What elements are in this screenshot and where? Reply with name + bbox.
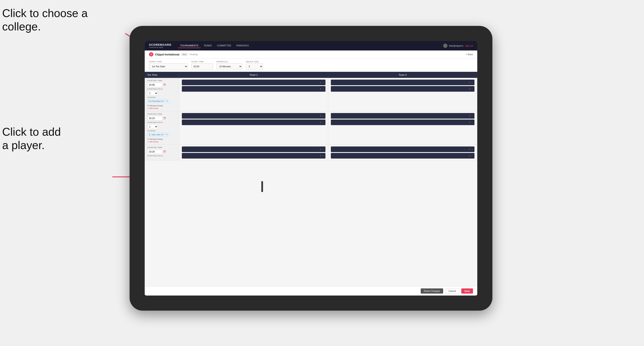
group-row-2: STARTING TIME: ⏰ STARTING HOLE: 1 COURSE… bbox=[145, 111, 477, 145]
starting-time-input-3[interactable] bbox=[147, 149, 162, 154]
course-tag-remove-2[interactable]: × bbox=[164, 133, 166, 136]
player-slot-3-2[interactable]: × ⋮ bbox=[182, 120, 326, 125]
add-group-btn-1[interactable]: + Add Group bbox=[147, 107, 176, 109]
course-tag-1[interactable]: (A) Peachtree GC × ✎ bbox=[147, 99, 170, 103]
course-tag-2[interactable]: 🏌 East Lake GC × ✎ bbox=[147, 133, 169, 136]
tablet-screen: SCOREBOARD Powered by clippd TOURNAMENTS… bbox=[145, 41, 477, 296]
group-actions-1: ↺ Remove Group + Add Group bbox=[147, 105, 176, 109]
starting-hole-select-1[interactable]: 1 bbox=[147, 91, 158, 96]
player-slot-icon-edit-4-1[interactable]: ⋮ bbox=[471, 115, 473, 117]
player-slot-icon-edit-5-1[interactable]: ⋮ bbox=[322, 148, 324, 151]
group-size-group: Group Size 3 bbox=[246, 61, 263, 69]
player-slot-icon-edit-3-2[interactable]: ⋮ bbox=[322, 121, 324, 124]
player-slot-icon-edit-6-2[interactable]: ⋮ bbox=[471, 155, 473, 157]
nav-bar: SCOREBOARD Powered by clippd TOURNAMENTS… bbox=[145, 41, 477, 50]
player-slot-icon-edit-6-1[interactable]: ⋮ bbox=[471, 148, 473, 151]
player-slot-icon-x-3-2[interactable]: × bbox=[320, 121, 321, 124]
team2-col-3: × ⋮ × ⋮ bbox=[328, 145, 477, 160]
player-slot-icon-edit-5-2[interactable]: ⋮ bbox=[322, 155, 324, 157]
player-slot-6-2[interactable]: × ⋮ bbox=[331, 153, 474, 159]
starting-time-input-2[interactable] bbox=[147, 116, 162, 121]
th-team2: Team 2 bbox=[328, 72, 477, 78]
player-slot-icon-x-4-2[interactable]: × bbox=[469, 121, 470, 124]
tablet-frame: SCOREBOARD Powered by clippd TOURNAMENTS… bbox=[130, 26, 492, 311]
clock-icon-2: ⏰ bbox=[163, 117, 166, 120]
nav-link-tournaments[interactable]: TOURNAMENTS bbox=[178, 43, 201, 48]
team1-col-1: × ⋮ × ⋮ bbox=[179, 78, 328, 111]
remove-group-btn-1[interactable]: ↺ Remove Group bbox=[147, 105, 176, 107]
player-slot-icon-x-4-1[interactable]: × bbox=[469, 115, 470, 117]
player-slot-2-2[interactable]: × ⋮ bbox=[331, 86, 474, 92]
start-time-input[interactable] bbox=[191, 63, 213, 69]
player-slot-4-1[interactable]: × ⋮ bbox=[331, 113, 474, 119]
course-tag-edit-1[interactable]: ✎ bbox=[166, 100, 168, 102]
starting-time-input-group-3: ⏰ bbox=[147, 149, 176, 154]
player-slot-icon-x-1-2[interactable]: × bbox=[320, 88, 321, 90]
nav-brand: SCOREBOARD Powered by clippd bbox=[149, 43, 172, 48]
player-slot-1-2[interactable]: × ⋮ bbox=[182, 86, 326, 92]
course-tag-text-2: East Lake GC bbox=[152, 134, 164, 136]
starting-time-input-group-1: ⏰ bbox=[147, 82, 176, 87]
player-slot-4-2[interactable]: × ⋮ bbox=[331, 120, 474, 125]
cancel-button[interactable]: Cancel bbox=[445, 288, 459, 294]
player-slot-icon-x-1-1[interactable]: × bbox=[320, 81, 321, 84]
starting-hole-label-3: STARTING HOLE: bbox=[147, 155, 176, 157]
footer-bar: Reset Changes Cancel Save bbox=[145, 286, 477, 296]
starting-time-label-1: STARTING TIME: bbox=[147, 80, 176, 82]
add-group-btn-2[interactable]: + Add Group bbox=[147, 141, 176, 143]
starting-time-label-3: STARTING TIME: bbox=[147, 147, 176, 148]
player-slot-6-1[interactable]: × ⋮ bbox=[331, 147, 474, 152]
player-slot-icon-x-6-2[interactable]: × bbox=[469, 155, 470, 157]
nav-link-rankings[interactable]: RANKINGS bbox=[234, 43, 251, 48]
player-slot-3-1[interactable]: × ⋮ bbox=[182, 113, 326, 119]
player-slot-icon-x-5-1[interactable]: × bbox=[320, 148, 321, 151]
player-slot-icon-edit-3-1[interactable]: ⋮ bbox=[322, 115, 324, 117]
player-slot-icon-x-3-1[interactable]: × bbox=[320, 115, 321, 117]
player-slot-icon-x-2-1[interactable]: × bbox=[469, 81, 470, 84]
player-slot-5-2[interactable]: × ⋮ bbox=[182, 153, 326, 159]
hosting-label: Hosting bbox=[190, 53, 198, 56]
nav-link-committee[interactable]: COMMITTEE bbox=[215, 43, 234, 48]
sign-out-link[interactable]: Sign out bbox=[465, 45, 473, 47]
table-body: STARTING TIME: ⏰ STARTING HOLE: 1 COURSE… bbox=[145, 78, 477, 286]
group-size-select[interactable]: 3 bbox=[246, 63, 263, 69]
table-header: Tee Time Team 1 Team 2 bbox=[145, 72, 477, 78]
tournament-title: Clippd Invitational bbox=[155, 53, 180, 56]
group-row: STARTING TIME: ⏰ STARTING HOLE: 1 COURSE… bbox=[145, 78, 477, 111]
team2-col-1: × ⋮ × ⋮ bbox=[328, 78, 477, 111]
start-type-select[interactable]: 1st Tee Start bbox=[149, 63, 188, 69]
clippd-logo: C bbox=[149, 52, 153, 56]
player-slot-icon-x-5-2[interactable]: × bbox=[320, 155, 321, 157]
player-slot-2-1[interactable]: × ⋮ bbox=[331, 80, 474, 85]
clock-icon-3: ⏰ bbox=[163, 151, 166, 153]
group-size-label: Group Size bbox=[246, 61, 263, 63]
nav-link-teams[interactable]: TEAMS bbox=[202, 43, 214, 48]
clock-icon-1: ⏰ bbox=[163, 84, 166, 86]
player-slot-1-1[interactable]: × ⋮ bbox=[182, 80, 326, 85]
save-button[interactable]: Save bbox=[461, 288, 473, 294]
player-slot-icon-edit-1-2[interactable]: ⋮ bbox=[322, 88, 324, 90]
player-slot-icon-edit-2-2[interactable]: ⋮ bbox=[471, 88, 473, 90]
player-slot-5-1[interactable]: × ⋮ bbox=[182, 147, 326, 152]
starting-time-input-1[interactable] bbox=[147, 82, 162, 87]
group-left-3: STARTING TIME: ⏰ STARTING HOLE: bbox=[145, 145, 179, 160]
intervals-select[interactable]: 10 Minutes bbox=[216, 63, 242, 69]
th-team1: Team 1 bbox=[179, 72, 328, 78]
player-slot-icon-edit-4-2[interactable]: ⋮ bbox=[471, 121, 473, 124]
user-email: blair@clippd.io bbox=[449, 45, 464, 47]
starting-hole-select-2[interactable]: 1 bbox=[147, 124, 158, 129]
reset-button[interactable]: Reset Changes bbox=[421, 288, 443, 294]
player-slot-icon-edit-2-1[interactable]: ⋮ bbox=[471, 81, 473, 84]
player-slot-icon-x-2-2[interactable]: × bbox=[469, 88, 470, 90]
player-slot-icon-edit-1-1[interactable]: ⋮ bbox=[322, 81, 324, 84]
group-actions-2: ↺ Remove Group + Add Group bbox=[147, 138, 176, 143]
starting-time-input-group-2: ⏰ bbox=[147, 116, 176, 121]
remove-group-btn-2[interactable]: ↺ Remove Group bbox=[147, 138, 176, 140]
course-tag-edit-2[interactable]: ✎ bbox=[166, 134, 168, 136]
player-slot-icon-x-6-1[interactable]: × bbox=[469, 148, 470, 151]
group-row-3: STARTING TIME: ⏰ STARTING HOLE: × ⋮ × ⋮ bbox=[145, 145, 477, 161]
back-button[interactable]: < Back bbox=[466, 53, 473, 56]
starting-time-label-2: STARTING TIME: bbox=[147, 113, 176, 115]
group-left-2: STARTING TIME: ⏰ STARTING HOLE: 1 COURSE… bbox=[145, 111, 179, 145]
course-tag-remove-1[interactable]: × bbox=[165, 100, 166, 102]
